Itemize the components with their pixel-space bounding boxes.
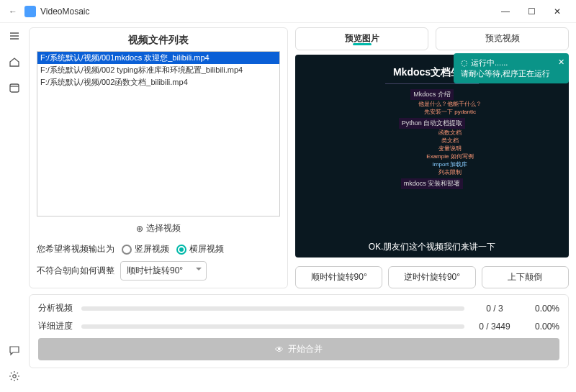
settings-icon[interactable] [6,368,23,385]
rotate-ccw-button[interactable]: 逆时针旋转90° [388,266,475,288]
preview-section: Python 自动文档提取 [399,118,466,129]
svg-point-1 [13,375,16,378]
preview-image: Mkdocs文档生成 Mkdocs 介绍 他是什么？他能干什么？ 先安装一下 p… [295,55,569,257]
spinner-icon: ◌ [461,58,468,68]
toast-title: 运行中...... [471,58,508,68]
adjust-label: 不符合朝向如何调整 [37,265,114,277]
panel-title: 视频文件列表 [37,34,280,47]
analyze-progress-bar [81,306,464,311]
adjust-select[interactable]: 顺时针旋转90° [120,261,207,281]
radio-vertical[interactable]: 竖屏视频 [122,243,169,255]
sidebar [0,23,29,392]
app-title: VideoMosaic [40,6,492,17]
toast-body: 请耐心等待,程序正在运行 [461,68,550,79]
detail-label: 详细进度 [38,320,74,332]
preview-sub: 类文档 [441,137,459,145]
plus-icon: ⊕ [136,224,143,234]
preview-sub: 他是什么？他能干什么？ [418,100,482,108]
chat-icon[interactable] [6,342,23,359]
preview-section: mkdocs 安装和部署 [401,178,464,189]
orientation-label: 您希望将视频输出为 [37,243,114,255]
detail-progress-bar [81,324,464,329]
home-icon[interactable] [6,53,23,70]
file-list-panel: 视频文件列表 F:/系统默认/视频/001mkdocs 欢迎您_bilibili… [29,27,288,288]
analyze-count: 0 / 3 [472,304,518,314]
start-merge-label: 开始合并 [288,343,323,355]
titlebar: ← VideoMosaic — ☐ ✕ [0,0,576,23]
svg-rect-0 [10,84,19,92]
preview-panel: 预览图片 预览视频 ◌ 运行中...... 请耐心等待,程序正在运行 ✕ Mkd… [295,27,569,288]
preview-sub: 列表限制 [438,168,462,176]
preview-sub: Example 如何写例 [426,152,473,160]
tab-preview-image-label: 预览图片 [345,33,379,43]
menu-icon[interactable] [6,27,23,45]
toast-close-icon[interactable]: ✕ [558,58,564,67]
analyze-percent: 0.00% [525,304,559,314]
tab-preview-image[interactable]: 预览图片 [295,27,428,50]
running-toast: ◌ 运行中...... 请耐心等待,程序正在运行 ✕ [454,53,569,83]
list-item[interactable]: F:/系统默认/视频/002函数文档_bilibili.mp4 [37,76,279,88]
list-item[interactable]: F:/系统默认/视频/001mkdocs 欢迎您_bilibili.mp4 [37,52,279,64]
file-list[interactable]: F:/系统默认/视频/001mkdocs 欢迎您_bilibili.mp4 F:… [37,51,280,216]
calendar-icon[interactable] [6,79,23,96]
tab-preview-video[interactable]: 预览视频 [436,27,569,50]
detail-count: 0 / 3449 [472,322,518,332]
flip-button[interactable]: 上下颠倒 [482,266,569,288]
preview-sub: 先安装一下 pydantic [424,108,476,116]
detail-percent: 0.00% [525,322,559,332]
progress-panel: 分析视频 0 / 3 0.00% 详细进度 0 / 3449 0.00% 👁 开… [29,294,569,368]
list-item[interactable]: F:/系统默认/视频/002 typing标准库和环境配置_bilibili.m… [37,64,279,76]
select-video-button[interactable]: ⊕ 选择视频 [136,222,181,234]
preview-section: Mkdocs 介绍 [410,89,454,100]
preview-caption: OK.朋友们这个视频我们来讲一下 [369,241,496,253]
radio-vertical-label: 竖屏视频 [135,243,169,255]
app-icon [24,6,36,17]
radio-horizontal-label: 横屏视频 [189,243,224,255]
eye-icon: 👁 [275,345,284,355]
back-button[interactable]: ← [6,6,20,17]
rotate-cw-button[interactable]: 顺时针旋转90° [295,266,382,288]
close-button[interactable]: ✕ [544,1,570,22]
preview-sub: 变量说明 [438,145,462,152]
select-video-label: 选择视频 [146,222,181,234]
start-merge-button[interactable]: 👁 开始合并 [38,338,559,360]
analyze-label: 分析视频 [38,302,74,314]
preview-sub: 函数文档 [438,129,462,137]
radio-horizontal[interactable]: 横屏视频 [176,243,224,255]
minimize-button[interactable]: — [492,1,518,22]
maximize-button[interactable]: ☐ [518,1,544,22]
preview-sub: Import 加载库 [433,160,468,168]
